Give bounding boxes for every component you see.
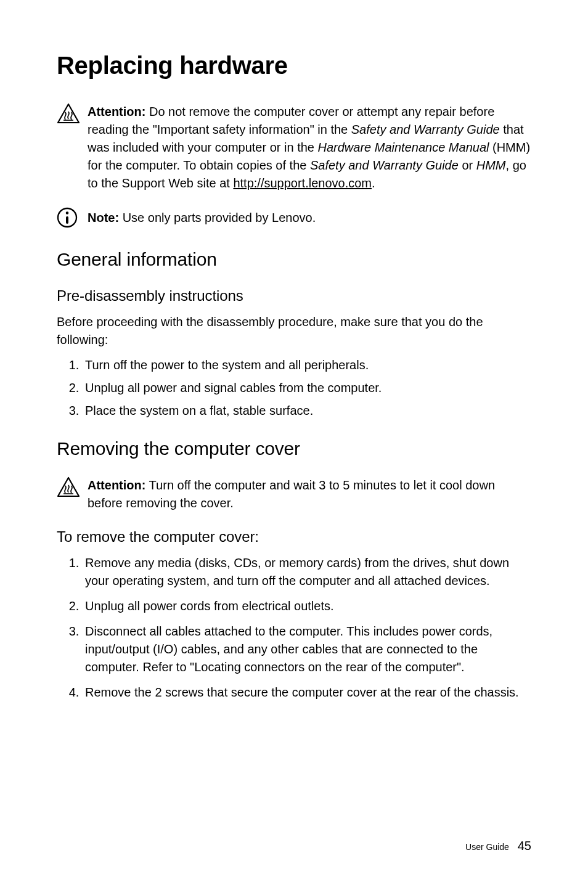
pre-disassembly-intro: Before proceeding with the disassembly p… [57, 313, 531, 349]
attention-callout-2: Attention: Turn off the computer and wai… [57, 476, 531, 512]
svg-rect-3 [66, 216, 68, 224]
list-item: Disconnect all cables attached to the co… [83, 623, 531, 676]
note-text: Note: Use only parts provided by Lenovo. [88, 209, 531, 227]
list-item: Remove the 2 screws that secure the comp… [83, 684, 531, 701]
text: Turn off the computer and wait 3 to 5 mi… [88, 478, 495, 510]
to-remove-cover-heading: To remove the computer cover: [57, 528, 531, 546]
note-label: Note: [88, 211, 119, 224]
pre-disassembly-heading: Pre-disassembly instructions [57, 287, 531, 304]
text-italic: Safety and Warranty Guide [310, 158, 459, 172]
text: Use only parts provided by Lenovo. [119, 211, 316, 224]
info-warning-icon [57, 207, 88, 228]
pre-disassembly-list: Turn off the power to the system and all… [57, 356, 531, 420]
section-general-heading: General information [57, 249, 531, 270]
attention-label: Attention: [88, 478, 145, 492]
section-remove-cover-heading: Removing the computer cover [57, 438, 531, 459]
list-item: Unplug all power and signal cables from … [83, 379, 531, 397]
svg-point-4 [66, 211, 69, 215]
support-link[interactable]: http://support.lenovo.com [233, 176, 372, 190]
footer-doc-title: User Guide [465, 842, 509, 852]
hot-surface-warning-icon [57, 103, 88, 124]
page: Replacing hardware Attention: Do not rem… [0, 0, 588, 895]
remove-cover-list: Remove any media (disks, CDs, or memory … [57, 554, 531, 701]
list-item: Remove any media (disks, CDs, or memory … [83, 554, 531, 590]
text-italic: HMM [476, 158, 506, 172]
footer-page-number: 45 [518, 839, 531, 852]
text: or [459, 158, 476, 172]
attention-callout-1: Attention: Do not remove the computer co… [57, 103, 531, 192]
list-item: Turn off the power to the system and all… [83, 356, 531, 374]
text: . [372, 176, 375, 190]
attention-2-text: Attention: Turn off the computer and wai… [88, 476, 531, 512]
page-title: Replacing hardware [57, 52, 531, 80]
page-footer: User Guide 45 [465, 839, 531, 853]
attention-label: Attention: [88, 105, 145, 118]
list-item: Unplug all power cords from electrical o… [83, 597, 531, 615]
hot-surface-warning-icon [57, 476, 88, 497]
text-italic: Safety and Warranty Guide [351, 123, 500, 136]
text-italic: Hardware Maintenance Manual [318, 141, 489, 154]
list-item: Place the system on a flat, stable surfa… [83, 402, 531, 420]
attention-1-text: Attention: Do not remove the computer co… [88, 103, 531, 192]
note-callout: Note: Use only parts provided by Lenovo. [57, 207, 531, 228]
